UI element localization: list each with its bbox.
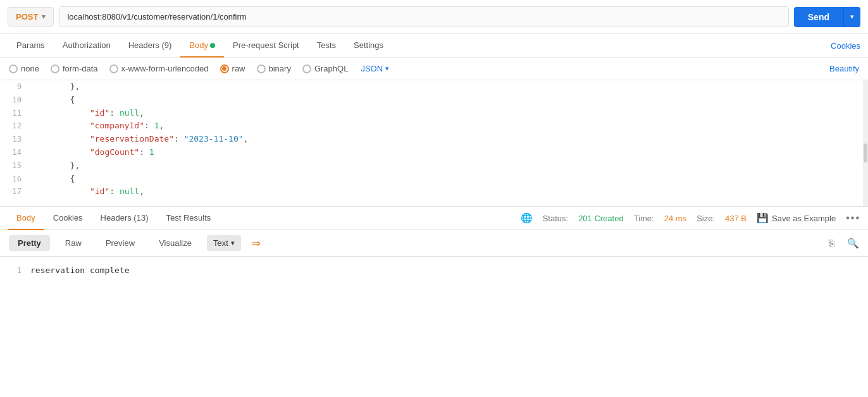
search-icon[interactable]: 🔍 — [847, 238, 859, 249]
body-type-row: none form-data x-www-form-urlencoded raw… — [0, 58, 868, 80]
resp-visualize-button[interactable]: Visualize — [150, 235, 201, 251]
body-active-dot — [210, 43, 215, 48]
status-value: 201 Created — [578, 214, 624, 223]
radio-formdata[interactable]: form-data — [51, 64, 98, 73]
text-chevron: ▾ — [231, 239, 235, 247]
radio-graphql[interactable]: GraphQL — [302, 64, 348, 73]
method-select[interactable]: POST ▾ — [8, 7, 54, 27]
json-label: JSON — [361, 64, 383, 73]
json-selector[interactable]: JSON ▾ — [361, 64, 389, 73]
radio-none-label: none — [21, 64, 39, 73]
resp-line-1: 1 reservation complete — [0, 266, 868, 275]
url-bar: POST ▾ Send ▾ — [0, 0, 868, 34]
code-line-9: 9 }, — [0, 80, 868, 94]
radio-binary-label: binary — [269, 64, 291, 73]
resp-pretty-button[interactable]: Pretty — [9, 235, 50, 251]
send-btn-group: Send ▾ — [794, 7, 860, 27]
save-example-label: Save as Example — [772, 214, 836, 223]
code-line-13: 13 "reservationDate": "2023-11-10", — [0, 133, 868, 146]
globe-icon: 🌐 — [521, 212, 533, 224]
size-value: 437 B — [725, 214, 747, 223]
radio-binary-circle — [257, 64, 266, 73]
code-line-12: 12 "companyId": 1, — [0, 119, 868, 133]
radio-none-circle — [9, 64, 18, 73]
radio-formdata-circle — [51, 64, 59, 73]
radio-formdata-label: form-data — [63, 64, 98, 73]
editor-scrollbar-thumb[interactable] — [864, 144, 867, 162]
tab-params[interactable]: Params — [8, 34, 54, 58]
tab-tests[interactable]: Tests — [308, 34, 345, 58]
size-label: Size: — [697, 214, 715, 223]
code-line-11: 11 "id": null, — [0, 107, 868, 120]
resp-tab-test-results[interactable]: Test Results — [157, 207, 220, 230]
save-example-button[interactable]: 💾 Save as Example — [757, 212, 836, 224]
code-line-16: 16 { — [0, 173, 868, 186]
tab-body[interactable]: Body — [180, 34, 224, 58]
code-line-15: 15 }, — [0, 159, 868, 173]
method-label: POST — [16, 12, 38, 21]
more-icon[interactable]: ••• — [846, 212, 860, 224]
radio-graphql-label: GraphQL — [314, 64, 348, 73]
tab-headers[interactable]: Headers (9) — [120, 34, 181, 58]
code-line-17: 17 "id": null, — [0, 185, 868, 198]
tab-settings[interactable]: Settings — [345, 34, 392, 58]
radio-binary[interactable]: binary — [257, 64, 291, 73]
resp-raw-button[interactable]: Raw — [56, 235, 90, 251]
cookies-link[interactable]: Cookies — [831, 35, 860, 57]
status-label: Status: — [543, 214, 568, 223]
radio-raw[interactable]: raw — [220, 64, 245, 73]
json-chevron: ▾ — [385, 64, 389, 73]
resp-tab-headers[interactable]: Headers (13) — [92, 207, 158, 230]
copy-icon[interactable]: ⎘ — [829, 238, 834, 248]
resp-tab-body[interactable]: Body — [8, 207, 44, 230]
resp-line-1-text: reservation complete — [30, 266, 130, 275]
time-value: 24 ms — [664, 214, 686, 223]
wrap-icon[interactable]: ⇒ — [251, 236, 261, 250]
radio-graphql-circle — [302, 64, 311, 73]
resp-tab-cookies[interactable]: Cookies — [44, 207, 92, 230]
url-input[interactable] — [59, 6, 788, 27]
radio-urlencoded-label: x-www-form-urlencoded — [121, 64, 209, 73]
response-content: 1 reservation complete — [0, 257, 868, 307]
radio-raw-circle — [220, 64, 229, 73]
method-chevron: ▾ — [42, 13, 46, 21]
tab-prerequest[interactable]: Pre-request Script — [224, 34, 308, 58]
tab-authorization[interactable]: Authorization — [54, 34, 120, 58]
response-tabs: Body Cookies Headers (13) Test Results 🌐… — [0, 207, 868, 230]
radio-urlencoded-circle — [109, 64, 118, 73]
editor-scrollbar[interactable] — [863, 80, 868, 206]
beautify-button[interactable]: Beautify — [829, 64, 859, 73]
code-line-14: 14 "dogCount": 1 — [0, 146, 868, 159]
text-label: Text — [213, 238, 228, 248]
code-line-10: 10 { — [0, 94, 868, 107]
response-status-row: 🌐 Status: 201 Created Time: 24 ms Size: … — [521, 212, 860, 224]
code-editor: 9 }, 10 { 11 "id": null, 12 "companyId":… — [0, 80, 868, 207]
send-button[interactable]: Send — [794, 7, 843, 27]
nav-tabs: Params Authorization Headers (9) Body Pr… — [0, 34, 868, 58]
radio-none[interactable]: none — [9, 64, 39, 73]
radio-urlencoded[interactable]: x-www-form-urlencoded — [109, 64, 209, 73]
resp-body-type-row: Pretty Raw Preview Visualize Text ▾ ⇒ ⎘ … — [0, 230, 868, 257]
radio-raw-label: raw — [232, 64, 245, 73]
text-selector[interactable]: Text ▾ — [207, 235, 241, 251]
time-label: Time: — [634, 214, 654, 223]
resp-preview-button[interactable]: Preview — [97, 235, 144, 251]
send-arrow-button[interactable]: ▾ — [843, 7, 860, 27]
save-icon: 💾 — [757, 212, 769, 224]
